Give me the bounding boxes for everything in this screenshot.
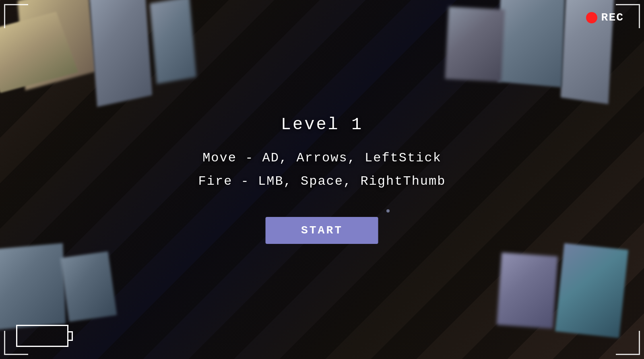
block-2 [89,0,153,107]
level-title: Level 1 [198,115,446,134]
center-content: Level 1 Move - AD, Arrows, LeftStick Fir… [198,115,446,244]
fire-instruction: Fire - LMB, Space, RightThumb [198,170,446,193]
block-7 [445,6,505,82]
rec-label: REC [601,11,624,24]
battery-body [16,325,68,347]
battery-indicator [16,325,73,347]
block-11 [497,252,558,328]
move-instruction: Move - AD, Arrows, LeftStick [198,146,446,170]
start-button[interactable]: START [266,217,378,244]
block-3 [150,0,196,84]
block-8 [0,243,66,330]
block-10 [555,243,628,338]
block-9 [60,251,117,322]
instructions-panel: Move - AD, Arrows, LeftStick Fire - LMB,… [198,146,446,193]
rec-indicator: REC [586,11,624,24]
rec-dot [586,12,597,23]
block-6 [497,0,565,87]
battery-tip [68,331,73,341]
